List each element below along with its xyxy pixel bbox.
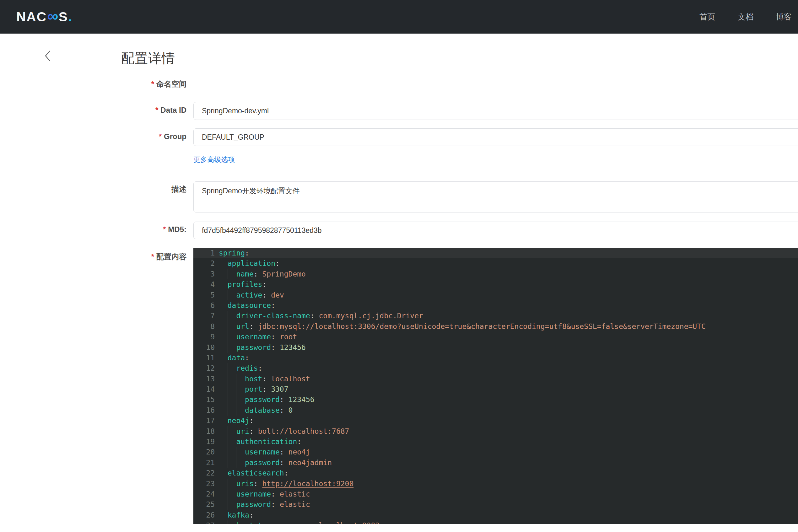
indent-guide — [228, 290, 236, 300]
yaml-colon: : — [280, 406, 284, 414]
yaml-colon: : — [280, 459, 284, 467]
code-line[interactable]: 12redis: — [193, 363, 798, 374]
yaml-key: driver-class-name — [236, 312, 310, 320]
group-input[interactable] — [193, 128, 798, 146]
yaml-colon: : — [245, 249, 249, 257]
yaml-value: SpringDemo — [262, 270, 305, 278]
description-textarea[interactable]: SpringDemo开发环境配置文件 — [193, 182, 798, 212]
code-line[interactable]: 15password: 123456 — [193, 395, 798, 405]
yaml-value: elastic — [280, 490, 310, 498]
yaml-colon: : — [297, 438, 301, 446]
line-number: 6 — [193, 300, 219, 311]
code-line[interactable]: 7driver-class-name: com.mysql.cj.jdbc.Dr… — [193, 311, 798, 321]
code-line[interactable]: 24username: elastic — [193, 489, 798, 499]
yaml-colon: : — [262, 291, 267, 299]
code-line[interactable]: 13host: localhost — [193, 374, 798, 384]
line-number: 10 — [193, 342, 219, 353]
yaml-colon: : — [284, 469, 288, 477]
top-nav-bar: NAC∞S. 首页 文档 博客 — [0, 0, 798, 34]
code-line[interactable]: 2application: — [193, 258, 798, 269]
code-line[interactable]: 3name: SpringDemo — [193, 269, 798, 279]
required-asterisk: * — [155, 106, 158, 114]
code-line[interactable]: 8url: jdbc:mysql://localhost:3306/demo?u… — [193, 321, 798, 332]
nav-item-blog[interactable]: 博客 — [776, 12, 792, 22]
yaml-value: localhost — [271, 375, 310, 383]
yaml-value: elastic — [280, 500, 310, 509]
line-number: 17 — [193, 416, 219, 426]
line-number: 18 — [193, 426, 219, 437]
md5-label: *MD5: — [32, 225, 187, 234]
yaml-colon: : — [258, 364, 263, 372]
logo-text-suffix: S — [59, 10, 68, 24]
nav-item-home[interactable]: 首页 — [699, 12, 715, 22]
code-line[interactable]: 26kafka: — [193, 510, 798, 520]
yaml-colon: : — [262, 280, 267, 288]
yaml-value: localhost:9092 — [319, 521, 380, 524]
more-advanced-options-link[interactable]: 更多高级选项 — [193, 155, 235, 165]
infinity-icon: ∞ — [47, 8, 58, 24]
indent-guide — [219, 363, 228, 374]
yaml-colon: : — [310, 521, 315, 524]
required-asterisk: * — [163, 225, 166, 233]
logo-dot: . — [68, 10, 72, 24]
line-number: 21 — [193, 458, 219, 468]
code-line[interactable]: 10password: 123456 — [193, 342, 798, 353]
line-number: 12 — [193, 363, 219, 374]
code-line[interactable]: 27bootstrap-servers: localhost:9092 — [193, 520, 798, 524]
code-line[interactable]: 20username: neo4j — [193, 447, 798, 457]
yaml-value: bolt://localhost:7687 — [258, 427, 349, 435]
indent-guide — [219, 395, 228, 405]
indent-guide — [219, 468, 228, 478]
indent-guide — [228, 384, 236, 395]
indent-guide — [219, 447, 228, 457]
line-number: 9 — [193, 332, 219, 342]
indent-guide — [219, 342, 228, 353]
code-line[interactable]: 21password: neo4jadmin — [193, 458, 798, 468]
code-line[interactable]: 9username: root — [193, 332, 798, 342]
code-line[interactable]: 22elasticsearch: — [193, 468, 798, 478]
required-asterisk: * — [151, 80, 154, 88]
code-line[interactable]: 5active: dev — [193, 290, 798, 300]
yaml-value: neo4j — [288, 448, 310, 456]
data-id-label: *Data ID — [32, 106, 187, 115]
indent-guide — [219, 416, 228, 426]
code-line[interactable]: 23uris: http://localhost:9200 — [193, 479, 798, 489]
yaml-key: spring — [219, 249, 245, 257]
code-line[interactable]: 25password: elastic — [193, 499, 798, 510]
md5-input[interactable] — [193, 222, 798, 239]
yaml-colon: : — [271, 301, 275, 309]
yaml-colon: : — [254, 270, 258, 278]
yaml-colon: : — [262, 385, 267, 393]
sidebar-collapse-button[interactable] — [44, 50, 52, 62]
nacos-logo[interactable]: NAC∞S. — [16, 0, 72, 34]
yaml-value-link[interactable]: http://localhost:9200 — [262, 480, 354, 488]
yaml-value: 123456 — [288, 396, 315, 404]
line-number: 1 — [193, 248, 219, 258]
code-line[interactable]: 11data: — [193, 353, 798, 363]
code-line[interactable]: 18uri: bolt://localhost:7687 — [193, 426, 798, 437]
code-line[interactable]: 14port: 3307 — [193, 384, 798, 395]
code-line[interactable]: 19authentication: — [193, 437, 798, 447]
indent-guide — [228, 311, 236, 321]
indent-guide — [228, 437, 236, 447]
code-line[interactable]: 16database: 0 — [193, 405, 798, 416]
yaml-key: neo4j — [228, 417, 249, 425]
code-line[interactable]: 1spring: — [193, 248, 798, 258]
top-nav-menu: 首页 文档 博客 — [699, 0, 798, 34]
yaml-colon: : — [280, 448, 284, 456]
code-line[interactable]: 4profiles: — [193, 279, 798, 290]
yaml-key: port — [245, 385, 262, 393]
code-line[interactable]: 17neo4j: — [193, 416, 798, 426]
line-number: 20 — [193, 447, 219, 457]
data-id-input[interactable] — [193, 102, 798, 120]
description-label: 描述 — [32, 184, 187, 194]
yaml-key: name — [236, 270, 253, 278]
config-content-editor[interactable]: 1spring:2application:3name: SpringDemo4p… — [193, 248, 798, 524]
indent-guide — [219, 499, 228, 510]
yaml-colon: : — [271, 343, 275, 352]
code-line[interactable]: 6datasource: — [193, 300, 798, 311]
line-number: 26 — [193, 510, 219, 520]
yaml-colon: : — [245, 354, 249, 362]
nav-item-docs[interactable]: 文档 — [738, 12, 754, 22]
yaml-value: com.mysql.cj.jdbc.Driver — [319, 312, 423, 320]
